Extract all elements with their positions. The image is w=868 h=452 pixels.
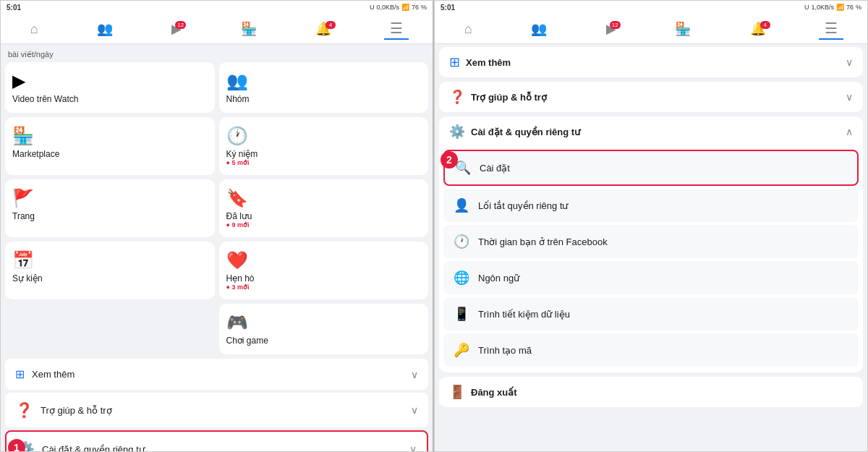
settings-item-codegen[interactable]: 🔑 Trình tạo mã bbox=[443, 333, 859, 367]
see-more-row-left: ⊞ Xem thêm bbox=[15, 367, 75, 381]
see-more-label: Xem thêm bbox=[32, 369, 75, 380]
gaming-grid: 🎮 Chơi game bbox=[5, 304, 428, 354]
section-rows-container: 1 ⊞ Xem thêm ∨ ❓ Trợ giúp & hỗ trợ bbox=[5, 359, 428, 451]
time-item-label: Thời gian bạn ở trên Facebook bbox=[478, 236, 608, 247]
help-row[interactable]: ❓ Trợ giúp & hỗ trợ ∨ bbox=[5, 393, 428, 427]
menu-pages[interactable]: 🚩 Trang bbox=[5, 179, 215, 237]
privacy-header-left: ⚙️ Cài đặt & quyền riêng tư bbox=[449, 124, 580, 140]
see-more-header[interactable]: ⊞ Xem thêm ∨ bbox=[439, 47, 863, 77]
gaming-menu-label: Chơi game bbox=[226, 336, 268, 346]
nav-marketplace-left[interactable]: 🏪 bbox=[235, 21, 263, 37]
nav-home-left[interactable]: ⌂ bbox=[25, 21, 44, 37]
settings-item-privacy[interactable]: 👤 Lối tắt quyền riêng tư bbox=[443, 189, 859, 222]
datasaver-item-icon: 📱 bbox=[454, 306, 469, 322]
dating-badge: ● 3 mới bbox=[226, 283, 250, 291]
nav-friends-left[interactable]: 👥 bbox=[91, 21, 119, 37]
menu-marketplace[interactable]: 🏪 Marketplace bbox=[5, 117, 215, 175]
nav-notifications-left[interactable]: 🔔 4 bbox=[310, 21, 337, 37]
signal-icon-left: 📶 bbox=[401, 4, 409, 11]
groups-menu-icon: 👥 bbox=[226, 71, 248, 91]
signal-icon-right: 📶 bbox=[836, 4, 844, 11]
saved-menu-icon: 🔖 bbox=[226, 188, 248, 208]
codegen-item-label: Trình tạo mã bbox=[478, 345, 532, 356]
logout-header-left: 🚪 Đăng xuất bbox=[449, 384, 517, 400]
saved-menu-label: Đã lưu bbox=[226, 211, 252, 221]
menu-saved[interactable]: 🔖 Đã lưu ● 9 mới bbox=[219, 179, 429, 237]
privacy-item-icon: 👤 bbox=[454, 197, 469, 213]
marketplace-icon-right: 🏪 bbox=[675, 22, 691, 35]
settings-item-time[interactable]: 🕐 Thời gian bạn ở trên Facebook bbox=[443, 225, 859, 258]
help-chevron: ∨ bbox=[411, 404, 418, 416]
gaming-menu-icon: 🎮 bbox=[226, 312, 248, 333]
battery-left: 76 bbox=[412, 4, 419, 11]
settings-row[interactable]: ⚙️ Cài đặt & quyền riêng tư ∨ bbox=[5, 430, 428, 451]
settings-row-left: ⚙️ Cài đặt & quyền riêng tư bbox=[17, 440, 145, 451]
nav-home-right[interactable]: ⌂ bbox=[459, 21, 478, 37]
settings-label: Cài đặt & quyền riêng tư bbox=[42, 444, 145, 452]
pages-menu-icon: 🚩 bbox=[12, 188, 34, 208]
time-item-icon: 🕐 bbox=[454, 234, 469, 250]
pages-menu-label: Trang bbox=[12, 211, 35, 221]
help-header-chevron: ∨ bbox=[846, 91, 853, 103]
saved-badge: ● 9 mới bbox=[226, 221, 250, 229]
logout-header-label: Đăng xuất bbox=[471, 387, 517, 398]
privacy-header-chevron: ∧ bbox=[846, 126, 853, 137]
marketplace-menu-icon: 🏪 bbox=[12, 126, 34, 146]
menu-memories[interactable]: 🕐 Ký niệm ● 5 mới bbox=[219, 117, 429, 175]
datasaver-item-label: Trình tiết kiệm dữ liệu bbox=[478, 309, 570, 320]
right-content: 2 ⊞ Xem thêm ∨ ❓ bbox=[435, 44, 867, 451]
privacy-header-label: Cài đặt & quyền riêng tư bbox=[471, 127, 580, 137]
help-header-left: ❓ Trợ giúp & hỗ trợ bbox=[449, 89, 547, 105]
marketplace-icon-left: 🏪 bbox=[241, 22, 257, 35]
settings-item-language[interactable]: 🌐 Ngôn ngữ bbox=[443, 261, 859, 294]
help-icon: ❓ bbox=[15, 401, 33, 419]
help-header-icon: ❓ bbox=[449, 89, 465, 105]
nav-notifications-right[interactable]: 🔔 4 bbox=[744, 21, 772, 37]
time-right: 5:01 bbox=[441, 4, 455, 12]
logout-header-icon: 🚪 bbox=[449, 384, 465, 400]
menu-events[interactable]: 📅 Sự kiện bbox=[5, 242, 215, 299]
help-header[interactable]: ❓ Trợ giúp & hỗ trợ ∨ bbox=[439, 82, 863, 112]
status-bar-left: 5:01 U 0,0KB/s 📶 76% bbox=[1, 1, 433, 14]
nav-marketplace-right[interactable]: 🏪 bbox=[669, 21, 697, 37]
step2-badge: 2 bbox=[441, 151, 458, 169]
menu-groups[interactable]: 👥 Nhóm bbox=[219, 62, 429, 113]
status-icons-right: U 1,0KB/s 📶 76% bbox=[804, 4, 861, 11]
logout-header[interactable]: 🚪 Đăng xuất bbox=[439, 377, 863, 407]
see-more-header-left: ⊞ Xem thêm bbox=[449, 54, 511, 70]
see-more-header-icon: ⊞ bbox=[449, 54, 460, 70]
see-more-header-chevron: ∨ bbox=[846, 56, 853, 68]
battery-right: 76 bbox=[846, 4, 854, 11]
notifications-badge-right: 4 bbox=[760, 21, 770, 29]
language-item-icon: 🌐 bbox=[454, 270, 469, 286]
home-icon-left: ⌂ bbox=[30, 22, 38, 35]
privacy-header[interactable]: ⚙️ Cài đặt & quyền riêng tư ∧ bbox=[439, 116, 863, 147]
menu-gaming[interactable]: 🎮 Chơi game bbox=[219, 304, 429, 354]
menu-dating[interactable]: ❤️ Hẹn hò ● 3 mới bbox=[219, 242, 429, 299]
settings-item-label: Cài đặt bbox=[480, 163, 510, 174]
nav-menu-right[interactable]: ☰ bbox=[819, 18, 843, 40]
time-left: 5:01 bbox=[7, 4, 21, 12]
see-more-header-label: Xem thêm bbox=[466, 57, 511, 68]
nav-friends-right[interactable]: 👥 bbox=[525, 21, 553, 37]
language-item-label: Ngôn ngữ bbox=[478, 273, 519, 283]
events-menu-label: Sự kiện bbox=[12, 273, 43, 283]
nav-watch-right[interactable]: ▶ 12 bbox=[600, 21, 622, 37]
see-more-chevron: ∨ bbox=[411, 369, 418, 380]
help-section: ❓ Trợ giúp & hỗ trợ ∨ bbox=[439, 82, 863, 112]
codegen-item-icon: 🔑 bbox=[454, 342, 469, 358]
settings-item-datasaver[interactable]: 📱 Trình tiết kiệm dữ liệu bbox=[443, 297, 859, 331]
friends-icon-left: 👥 bbox=[97, 22, 113, 35]
settings-item-settings[interactable]: 🔍 Cài đặt bbox=[443, 150, 859, 186]
events-menu-icon: 📅 bbox=[12, 250, 34, 270]
data-speed-left: 0,0KB/s bbox=[376, 4, 399, 11]
left-content: bài viết/ngày ▶ Video trên Watch 👥 Nhóm … bbox=[1, 44, 433, 451]
see-more-row[interactable]: ⊞ Xem thêm ∨ bbox=[5, 359, 428, 390]
menu-watch[interactable]: ▶ Video trên Watch bbox=[5, 62, 215, 113]
nav-watch-left[interactable]: ▶ 12 bbox=[166, 21, 187, 37]
dating-menu-label: Hẹn hò bbox=[226, 273, 255, 283]
nav-menu-left[interactable]: ☰ bbox=[384, 18, 409, 40]
step1-badge: 1 bbox=[8, 439, 25, 451]
memories-menu-icon: 🕐 bbox=[226, 126, 248, 146]
status-icons-left: U 0,0KB/s 📶 76% bbox=[370, 4, 427, 11]
